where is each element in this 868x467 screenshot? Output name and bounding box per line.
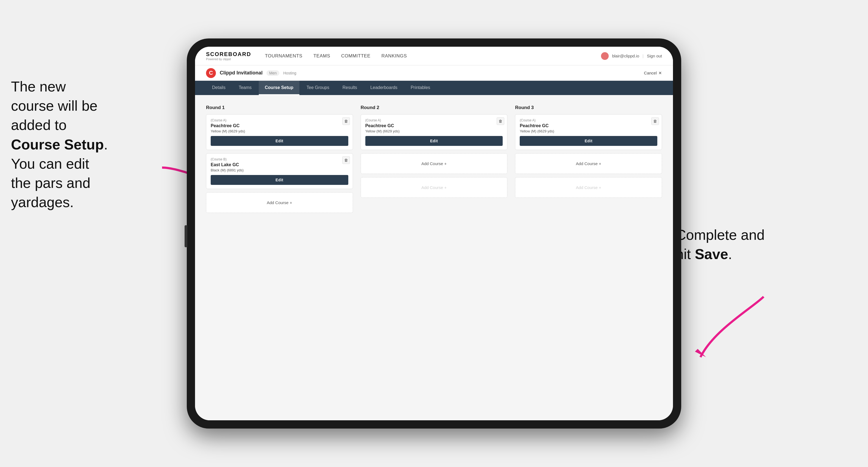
- cancel-label: Cancel: [644, 71, 657, 75]
- course-a-tee: Yellow (M) (6629 yds): [211, 129, 348, 133]
- course-a-label: (Course A): [211, 118, 348, 122]
- round2-card-actions: 🗑: [497, 117, 504, 125]
- nav-tournaments[interactable]: TOURNAMENTS: [265, 52, 302, 60]
- course-b-name: East Lake GC: [211, 162, 348, 167]
- round2-course-a-tee: Yellow (M) (6629 yds): [365, 129, 503, 133]
- top-nav: SCOREBOARD Powered by clippd TOURNAMENTS…: [195, 47, 673, 65]
- round3-course-a-card: 🗑 (Course A) Peachtree GC Yellow (M) (66…: [515, 114, 662, 150]
- round3-course-a-name: Peachtree GC: [520, 123, 657, 128]
- tab-bar: Details Teams Course Setup Tee Groups Re…: [195, 81, 673, 95]
- course-b-tee: Black (M) (6891 yds): [211, 168, 348, 172]
- rounds-grid: Round 1 🗑 (Course A) Peachtree GC Yellow…: [206, 105, 662, 216]
- round2-add-course-label: Add Course +: [422, 161, 446, 166]
- round2-edit-course-a-btn[interactable]: Edit: [365, 136, 503, 146]
- tournament-logo: C: [206, 68, 216, 78]
- round2-delete-course-a-btn[interactable]: 🗑: [497, 117, 504, 125]
- nav-divider: |: [643, 54, 644, 58]
- user-avatar: [601, 52, 609, 60]
- nav-brand: SCOREBOARD Powered by clippd: [206, 51, 251, 61]
- tablet-frame: SCOREBOARD Powered by clippd TOURNAMENTS…: [187, 38, 681, 429]
- round3-add-course-disabled: Add Course +: [515, 177, 662, 198]
- delete-course-b-btn[interactable]: 🗑: [342, 156, 350, 164]
- nav-teams[interactable]: TEAMS: [313, 52, 330, 60]
- tab-teams[interactable]: Teams: [232, 81, 258, 95]
- round3-add-course-label: Add Course +: [576, 161, 601, 166]
- nav-links: TOURNAMENTS TEAMS COMMITTEE RANKINGS: [265, 52, 601, 60]
- edit-course-a-btn[interactable]: Edit: [211, 136, 348, 146]
- edit-course-b-btn[interactable]: Edit: [211, 175, 348, 185]
- round3-delete-course-a-btn[interactable]: 🗑: [651, 117, 659, 125]
- close-icon: ✕: [658, 71, 662, 75]
- round2-course-a-label: (Course A): [365, 118, 503, 122]
- round2-add-course-btn[interactable]: Add Course +: [361, 153, 507, 174]
- course-b-label: (Course B): [211, 157, 348, 161]
- main-content: Round 1 🗑 (Course A) Peachtree GC Yellow…: [195, 95, 673, 420]
- round-2-column: Round 2 🗑 (Course A) Peachtree GC Yellow…: [361, 105, 507, 216]
- delete-course-a-btn[interactable]: 🗑: [342, 117, 350, 125]
- gender-badge: Men: [267, 70, 279, 76]
- nav-committee[interactable]: COMMITTEE: [341, 52, 371, 60]
- sign-out-link[interactable]: Sign out: [647, 54, 662, 58]
- tournament-left: C Clippd Invitational Men Hosting: [206, 68, 297, 78]
- nav-user: blair@clippd.io | Sign out: [601, 52, 662, 60]
- round3-card-actions: 🗑: [651, 117, 659, 125]
- tournament-bar: C Clippd Invitational Men Hosting Cancel…: [195, 65, 673, 81]
- tablet-screen: SCOREBOARD Powered by clippd TOURNAMENTS…: [195, 47, 673, 420]
- round-2-header: Round 2: [361, 105, 507, 111]
- round2-add-course-disabled: Add Course +: [361, 177, 507, 198]
- user-email: blair@clippd.io: [612, 54, 639, 58]
- round3-edit-course-a-btn[interactable]: Edit: [520, 136, 657, 146]
- round2-course-a-name: Peachtree GC: [365, 123, 503, 128]
- round2-course-a-card: 🗑 (Course A) Peachtree GC Yellow (M) (66…: [361, 114, 507, 150]
- tab-details[interactable]: Details: [206, 81, 231, 95]
- add-course-label: Add Course +: [267, 200, 292, 205]
- tab-printables[interactable]: Printables: [405, 81, 436, 95]
- round3-add-course-disabled-label: Add Course +: [576, 185, 601, 190]
- round1-course-b-card: 🗑 (Course B) East Lake GC Black (M) (689…: [206, 153, 353, 189]
- tab-results[interactable]: Results: [337, 81, 363, 95]
- round2-add-course-disabled-label: Add Course +: [422, 185, 446, 190]
- nav-rankings[interactable]: RANKINGS: [381, 52, 407, 60]
- brand-title: SCOREBOARD: [206, 51, 251, 57]
- tab-leaderboards[interactable]: Leaderboards: [364, 81, 404, 95]
- round-3-header: Round 3: [515, 105, 662, 111]
- card-actions: 🗑: [342, 117, 350, 125]
- tab-tee-groups[interactable]: Tee Groups: [301, 81, 335, 95]
- round3-course-a-label: (Course A): [520, 118, 657, 122]
- annotation-right: Complete and hit Save.: [676, 225, 808, 264]
- tournament-name: Clippd Invitational: [220, 70, 262, 76]
- arrow-right: [692, 291, 775, 363]
- brand-subtitle: Powered by clippd: [206, 57, 251, 61]
- tablet-side-button: [185, 225, 187, 247]
- round1-add-course-btn[interactable]: Add Course +: [206, 192, 353, 213]
- hosting-label: Hosting: [283, 71, 296, 75]
- round1-course-a-card: 🗑 (Course A) Peachtree GC Yellow (M) (66…: [206, 114, 353, 150]
- cancel-button[interactable]: Cancel ✕: [644, 71, 662, 75]
- annotation-left: The new course will be added to Course S…: [11, 77, 165, 212]
- tab-course-setup[interactable]: Course Setup: [259, 81, 300, 95]
- card-actions-b: 🗑: [342, 156, 350, 164]
- round-3-column: Round 3 🗑 (Course A) Peachtree GC Yellow…: [515, 105, 662, 216]
- course-a-name: Peachtree GC: [211, 123, 348, 128]
- round-1-column: Round 1 🗑 (Course A) Peachtree GC Yellow…: [206, 105, 353, 216]
- round-1-header: Round 1: [206, 105, 353, 111]
- round3-course-a-tee: Yellow (M) (6629 yds): [520, 129, 657, 133]
- round3-add-course-btn[interactable]: Add Course +: [515, 153, 662, 174]
